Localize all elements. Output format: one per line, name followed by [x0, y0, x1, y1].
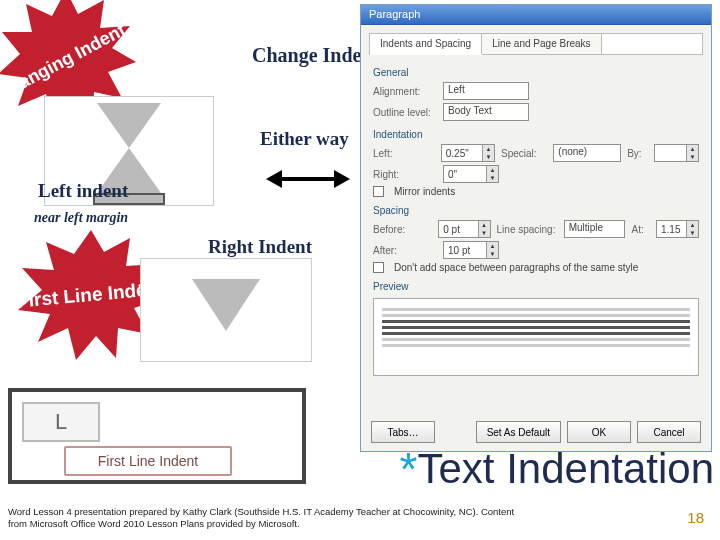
near-left-margin-caption: near left margin [34, 210, 128, 226]
indent-right-field[interactable]: 0"▲▼ [443, 165, 499, 183]
tab-line-page-breaks[interactable]: Line and Page Breaks [482, 34, 601, 54]
dialog-tabs: Indents and Spacing Line and Page Breaks [369, 33, 703, 55]
indent-left-label: Left: [373, 148, 435, 159]
tab-indents-spacing[interactable]: Indents and Spacing [370, 34, 482, 55]
preview-heading: Preview [373, 281, 699, 292]
dialog-title: Paragraph [361, 5, 711, 25]
slide-number: 18 [687, 509, 704, 526]
ok-button[interactable]: OK [567, 421, 631, 443]
alignment-label: Alignment: [373, 86, 437, 97]
no-space-label: Don't add space between paragraphs of th… [394, 262, 638, 273]
mirror-indents-checkbox[interactable] [373, 186, 384, 197]
outline-select[interactable]: Body Text [443, 103, 529, 121]
left-indent-annotation: Left indent [38, 180, 128, 202]
after-field[interactable]: 10 pt▲▼ [443, 241, 499, 259]
at-field[interactable]: 1.15▲▼ [656, 220, 699, 238]
after-label: After: [373, 245, 437, 256]
general-heading: General [373, 67, 699, 78]
slide-title: *Text Indentation [400, 442, 714, 496]
paragraph-dialog: Paragraph Indents and Spacing Line and P… [360, 4, 712, 452]
special-select[interactable]: (none) [553, 144, 621, 162]
ruler-tooltip-graphic: L First Line Indent [8, 388, 306, 484]
right-indent-annotation: Right Indent [208, 236, 312, 258]
line-spacing-select[interactable]: Multiple [564, 220, 626, 238]
double-arrow-icon [266, 172, 350, 186]
spacing-heading: Spacing [373, 205, 699, 216]
first-line-marker-graphic [140, 258, 312, 362]
set-default-button[interactable]: Set As Default [476, 421, 561, 443]
by-label: By: [627, 148, 648, 159]
before-label: Before: [373, 224, 432, 235]
at-label: At: [631, 224, 650, 235]
outline-label: Outline level: [373, 107, 437, 118]
no-space-checkbox[interactable] [373, 262, 384, 273]
by-field[interactable]: ▲▼ [654, 144, 699, 162]
tabs-button[interactable]: Tabs… [371, 421, 435, 443]
cancel-button[interactable]: Cancel [637, 421, 701, 443]
alignment-select[interactable]: Left [443, 82, 529, 100]
special-label: Special: [501, 148, 547, 159]
first-line-tooltip: First Line Indent [64, 446, 232, 476]
indent-left-field[interactable]: 0.25"▲▼ [441, 144, 495, 162]
preview-box [373, 298, 699, 376]
ruler-tab-l: L [22, 402, 100, 442]
footer-credit: Word Lesson 4 presentation prepared by K… [8, 506, 528, 530]
slide-title-text: Text Indentation [417, 445, 714, 492]
indentation-heading: Indentation [373, 129, 699, 140]
either-way-annotation: Either way [260, 128, 349, 150]
mirror-indents-label: Mirror indents [394, 186, 455, 197]
before-field[interactable]: 0 pt▲▼ [438, 220, 490, 238]
indent-right-label: Right: [373, 169, 437, 180]
line-spacing-label: Line spacing: [497, 224, 558, 235]
asterisk-icon: * [400, 443, 418, 495]
